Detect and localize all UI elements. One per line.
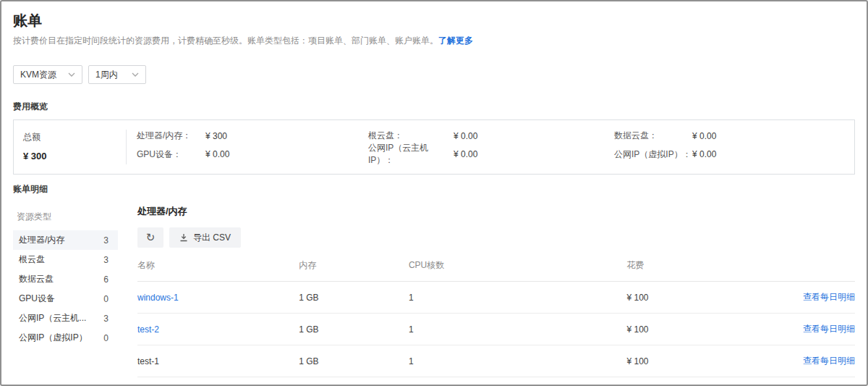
chevron-down-icon [132, 72, 139, 77]
overview-item: 公网IP（云主机IP）： ¥ 0.00 [368, 142, 614, 167]
sidebar-item-label: 数据云盘 [19, 273, 54, 285]
resource-type-select[interactable]: KVM资源 [13, 65, 82, 84]
view-daily-detail-link[interactable]: 查看每日明细 [783, 314, 855, 345]
sidebar-item-count: 6 [103, 274, 109, 285]
overview-item-value: ¥ 0.00 [692, 149, 716, 159]
download-icon [179, 233, 188, 242]
table-footer: 第 1-3 项，共 3 项 1 10 条/页 [137, 377, 855, 386]
panel-title: 处理器/内存 [137, 205, 855, 218]
total-label: 总额 [23, 131, 126, 143]
sidebar-item[interactable]: GPU设备 0 [13, 289, 118, 309]
view-daily-detail-link[interactable]: 查看每日明细 [783, 282, 855, 314]
table-row: windows-1 1 GB 1 ¥ 100 查看每日明细 [137, 282, 855, 314]
table-row: test-2 1 GB 1 ¥ 100 查看每日明细 [137, 314, 855, 345]
overview-item: 数据云盘： ¥ 0.00 [614, 130, 854, 142]
cost-cell: ¥ 100 [627, 282, 783, 314]
sidebar-item[interactable]: 数据云盘 6 [13, 269, 118, 289]
sidebar-item-count: 3 [103, 255, 109, 265]
page-title: 账单 [13, 12, 855, 29]
view-daily-detail-link[interactable]: 查看每日明细 [783, 345, 855, 377]
cost-cell: ¥ 100 [627, 345, 783, 377]
overview-item-label: 处理器/内存： [137, 130, 205, 142]
sidebar-item-count: 3 [103, 314, 109, 324]
overview-item: GPU设备： ¥ 0.00 [137, 142, 368, 167]
memory-cell: 1 GB [299, 282, 409, 314]
overview-item: 公网IP（虚拟IP）： ¥ 0.00 [614, 142, 854, 167]
column-header-cost: 花费 [627, 252, 783, 282]
resource-type-sidebar: 资源类型 处理器/内存 3 根云盘 3 数据云盘 6 GPU设备 0 公网IP（… [13, 206, 118, 348]
sidebar-item-count: 0 [103, 333, 109, 343]
detail-section-title: 账单明细 [13, 183, 855, 196]
sidebar-item-label: 处理器/内存 [19, 234, 64, 246]
sidebar-item[interactable]: 根云盘 3 [13, 250, 118, 269]
sidebar-item-count: 3 [103, 235, 109, 246]
billing-table: 名称 内存 CPU核数 花费 windows-1 1 GB 1 ¥ 100 查看… [137, 252, 855, 377]
sidebar-item[interactable]: 公网IP（云主机... 3 [13, 309, 118, 328]
cpu-cell: 1 [409, 314, 627, 345]
overview-item: 处理器/内存： ¥ 300 [137, 130, 368, 142]
overview-item-label: 数据云盘： [614, 130, 692, 142]
sidebar-header: 资源类型 [13, 206, 118, 230]
cost-cell: ¥ 100 [627, 314, 783, 345]
column-header-memory: 内存 [299, 252, 409, 282]
overview-item-value: ¥ 0.00 [454, 131, 477, 141]
sidebar-item[interactable]: 公网IP（虚拟IP） 0 [13, 328, 118, 348]
memory-cell: 1 GB [299, 314, 409, 345]
sidebar-item-label: 公网IP（虚拟IP） [19, 332, 88, 344]
resource-name-link[interactable]: test-1 [137, 345, 299, 377]
overview-item: 根云盘： ¥ 0.00 [368, 130, 614, 142]
resource-name-link[interactable]: windows-1 [137, 282, 299, 314]
chevron-down-icon [68, 72, 75, 77]
overview-item-value: ¥ 300 [205, 131, 227, 141]
sidebar-item-label: 根云盘 [19, 253, 45, 266]
sidebar-item[interactable]: 处理器/内存 3 [13, 230, 118, 250]
detail-body: 资源类型 处理器/内存 3 根云盘 3 数据云盘 6 GPU设备 0 公网IP（… [13, 205, 855, 386]
column-header-action [783, 252, 855, 282]
page-subtitle: 按计费价目在指定时间段统计的资源费用，计费精确至秒级。账单类型包括：项目账单、部… [13, 35, 855, 46]
total-value: ¥ 300 [23, 151, 126, 161]
column-header-cpu: CPU核数 [409, 252, 627, 282]
cost-overview-box: 总额 ¥ 300 处理器/内存： ¥ 300 GPU设备： ¥ 0.00 根云盘… [13, 119, 855, 175]
toolbar: ↻ 导出 CSV [137, 227, 855, 248]
overview-item-value: ¥ 0.00 [692, 131, 716, 141]
filter-bar: KVM资源 1周内 [13, 65, 855, 84]
resource-type-value: KVM资源 [20, 69, 56, 81]
refresh-button[interactable]: ↻ [137, 227, 163, 248]
column-header-name: 名称 [137, 252, 299, 282]
overview-item-value: ¥ 0.00 [205, 149, 229, 159]
sidebar-item-label: GPU设备 [19, 293, 55, 305]
overview-item-value: ¥ 0.00 [454, 149, 477, 159]
cpu-cell: 1 [409, 345, 627, 377]
refresh-icon: ↻ [146, 231, 156, 244]
learn-more-link[interactable]: 了解更多 [438, 35, 473, 46]
time-range-value: 1周内 [95, 69, 118, 81]
billing-page: 账单 按计费价目在指定时间段统计的资源费用，计费精确至秒级。账单类型包括：项目账… [0, 0, 868, 386]
memory-cell: 1 GB [299, 345, 409, 377]
table-row: test-1 1 GB 1 ¥ 100 查看每日明细 [137, 345, 855, 377]
time-range-select[interactable]: 1周内 [88, 65, 146, 84]
overview-item-label: 公网IP（云主机IP）： [368, 142, 454, 167]
table-header-row: 名称 内存 CPU核数 花费 [137, 252, 855, 282]
sidebar-item-label: 公网IP（云主机... [19, 312, 86, 324]
export-csv-label: 导出 CSV [193, 232, 231, 244]
cpu-cell: 1 [409, 282, 627, 314]
export-csv-button[interactable]: 导出 CSV [169, 227, 241, 248]
detail-panel: 处理器/内存 ↻ 导出 CSV 名称 内存 CPU [137, 205, 855, 386]
overview-section-title: 费用概览 [13, 101, 855, 113]
subtitle-text: 按计费价目在指定时间段统计的资源费用，计费精确至秒级。账单类型包括：项目账单、部… [13, 35, 438, 46]
overview-item-label: 根云盘： [368, 130, 454, 142]
overview-item-label: 公网IP（虚拟IP）： [614, 148, 692, 161]
overview-item-label: GPU设备： [137, 148, 205, 161]
sidebar-item-count: 0 [103, 294, 109, 304]
resource-name-link[interactable]: test-2 [137, 314, 299, 345]
total-cost: 总额 ¥ 300 [14, 130, 127, 164]
overview-grid: 处理器/内存： ¥ 300 GPU设备： ¥ 0.00 根云盘： ¥ 0.00 … [127, 130, 854, 164]
